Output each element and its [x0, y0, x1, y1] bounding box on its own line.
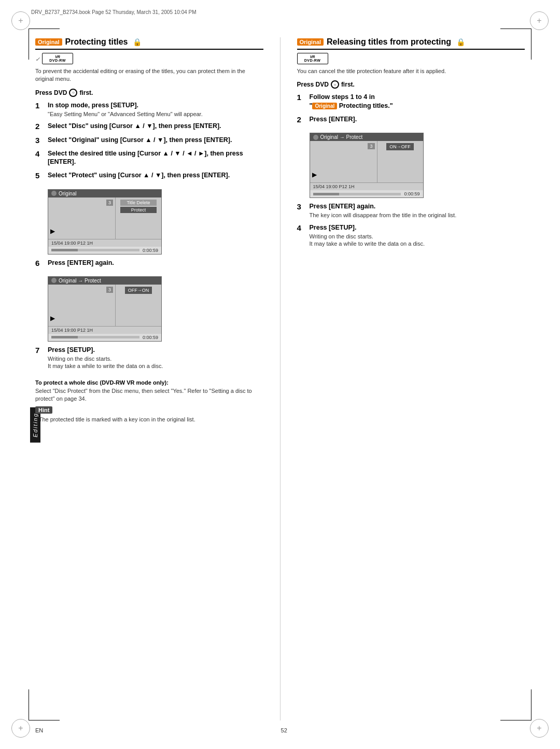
- left-dvdrw-logo: ✓ VR DVD-RW: [35, 53, 263, 64]
- screen2-right-panel: OFF→ON: [116, 285, 161, 326]
- lock-icon: 🔒: [133, 38, 142, 46]
- bold-note-section: To protect a whole disc (DVD-RW VR mode …: [35, 379, 263, 406]
- screen2-time-footer: 0:00:59: [48, 334, 161, 341]
- right-screen-1: Original → Protect 3 ▶ ON→OFF 15/04 19:0…: [310, 133, 424, 198]
- reg-mark-bl: [11, 719, 30, 738]
- right-step-3: 3 Press [ENTER] again. The key icon will…: [297, 202, 525, 219]
- right-step-1: 1 Follow steps 1 to 4 in "Original Prote…: [297, 93, 525, 111]
- dvd-circle-right: ○: [331, 80, 339, 89]
- step-4: 4 Select the desired title using [Cursor…: [35, 149, 263, 167]
- hint-section: Hint • The protected title is marked wit…: [35, 406, 263, 423]
- right-step-4: 4 Press [SETUP]. Writing on the disc sta…: [297, 223, 525, 248]
- screen2-body: 3 ▶ OFF→ON: [48, 285, 161, 326]
- left-intro-text: To prevent the accidental editing or era…: [35, 67, 263, 83]
- screen2-icon: [51, 278, 57, 283]
- step-2: 2 Select "Disc" using [Cursor ▲ / ▼], th…: [35, 122, 263, 131]
- left-dvdrw-badge: VR DVD-RW: [42, 53, 73, 64]
- right-press-dvd: Press DVD ○ first.: [297, 80, 525, 89]
- screen2-arrow: ▶: [50, 315, 55, 322]
- screen1-footer: 15/04 19:00 P12 1H: [48, 239, 161, 247]
- hint-text: • The protected title is marked with a k…: [35, 416, 263, 423]
- right-section-title: Original Releasing titles from protectin…: [297, 37, 525, 50]
- screen2-toggle: OFF→ON: [125, 287, 152, 294]
- right-intro-text: You can cancel the title protection feat…: [297, 67, 525, 75]
- dvd-circle-left: ○: [69, 89, 77, 97]
- screen2-footer: 15/04 19:00 P12 1H: [48, 326, 161, 334]
- right-inline-badge: Original: [312, 103, 337, 109]
- header-file-info: DRV_B2737_B2734.book Page 52 Thursday, M…: [31, 9, 197, 15]
- step-1: 1 In stop mode, press [SETUP]. "Easy Set…: [35, 101, 263, 118]
- left-original-badge: Original: [35, 38, 62, 46]
- screen1-menu-item-2: Protect: [120, 207, 157, 213]
- column-divider: [280, 37, 281, 720]
- screen1-time-footer: 0:00:59: [48, 247, 161, 254]
- right-lock-icon: 🔒: [456, 38, 465, 46]
- screen2-header: Original → Protect: [48, 277, 161, 285]
- right-screen1-left-panel: 3 ▶: [310, 141, 377, 182]
- footer-center: 52: [281, 727, 287, 733]
- left-screen-1: Original 3 ▶ Title Delete Protect 15/04 …: [48, 189, 162, 255]
- header-bar: DRV_B2737_B2734.book Page 52 Thursday, M…: [31, 9, 529, 15]
- reg-mark-tl: [11, 11, 30, 30]
- screen1-right-panel: Title Delete Protect: [116, 197, 161, 239]
- right-screen1-body: 3 ▶ ON→OFF: [310, 141, 423, 182]
- hint-label: Hint: [35, 406, 52, 414]
- right-dvdrw-logo: VR DVD-RW: [297, 53, 525, 64]
- right-screen1-header: Original → Protect: [310, 133, 423, 141]
- step-6: 6 Press [ENTER] again.: [35, 259, 263, 268]
- screen1-icon: [51, 191, 57, 196]
- left-column: Original Protecting titles 🔒 ✓ VR DVD-RW…: [35, 37, 263, 720]
- screen2-badge: 3: [106, 287, 113, 293]
- step-5: 5 Select "Protect" using [Cursor ▲ / ▼],…: [35, 171, 263, 180]
- main-columns: Original Protecting titles 🔒 ✓ VR DVD-RW…: [35, 37, 525, 720]
- right-screen1-toggle: ON→OFF: [386, 143, 414, 150]
- reg-mark-br: [530, 719, 549, 738]
- right-step-2: 2 Press [ENTER].: [297, 115, 525, 124]
- footer-left: EN: [35, 727, 43, 733]
- right-screen1-badge: 3: [368, 143, 374, 149]
- left-screen-2: Original → Protect 3 ▶ OFF→ON 15/04 19:0…: [48, 276, 162, 342]
- right-screen1-icon: [313, 135, 318, 140]
- screen1-badge: 3: [106, 200, 113, 206]
- screen1-header: Original: [48, 190, 161, 197]
- right-screen1-right-panel: ON→OFF: [377, 141, 423, 182]
- right-screen1-time-footer: 0:00:59: [310, 190, 423, 197]
- left-section-title: Original Protecting titles 🔒: [35, 37, 263, 50]
- right-screen1-arrow: ▶: [312, 171, 317, 178]
- reg-mark-tr: [530, 11, 549, 30]
- right-title-text: Releasing titles from protecting: [327, 37, 451, 47]
- screen1-arrow: ▶: [50, 228, 55, 235]
- step-7: 7 Press [SETUP]. Writing on the disc sta…: [35, 346, 263, 370]
- left-title-text: Protecting titles: [65, 37, 128, 47]
- screen1-body: 3 ▶ Title Delete Protect: [48, 197, 161, 239]
- right-dvdrw-badge: VR DVD-RW: [297, 53, 328, 64]
- step-3: 3 Select "Original" using [Cursor ▲ / ▼]…: [35, 136, 263, 145]
- page-footer: EN 52: [35, 727, 525, 733]
- right-original-badge: Original: [297, 38, 324, 46]
- page: DRV_B2737_B2734.book Page 52 Thursday, M…: [0, 0, 560, 749]
- right-column: Original Releasing titles from protectin…: [297, 37, 525, 720]
- screen1-left-panel: 3 ▶: [48, 197, 116, 239]
- screen1-menu-item-1: Title Delete: [120, 200, 157, 206]
- screen2-left-panel: 3 ▶: [48, 285, 116, 326]
- left-press-dvd: Press DVD ○ first.: [35, 89, 263, 97]
- right-screen1-footer: 15/04 19:00 P12 1H: [310, 182, 423, 190]
